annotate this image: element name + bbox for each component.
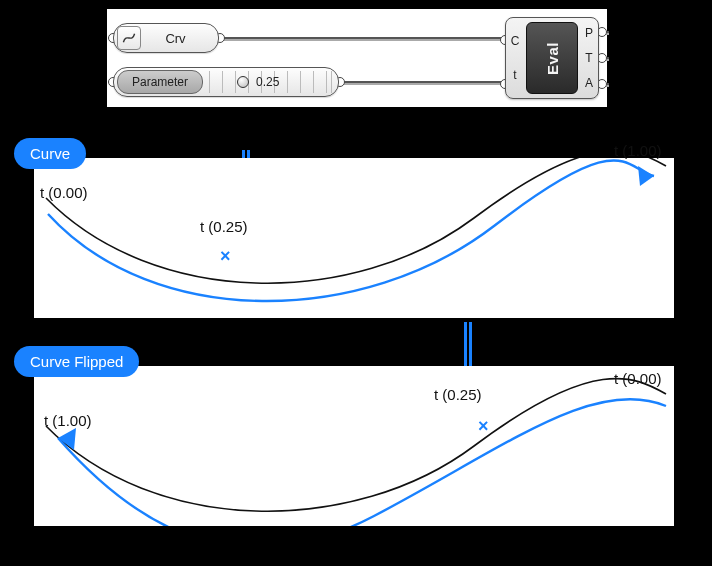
eval-input-c[interactable]: C [511, 34, 520, 48]
slider-name-button[interactable]: Parameter [117, 70, 203, 94]
crv-label: Crv [141, 31, 218, 46]
eval-outputs: P T A [580, 18, 598, 98]
t-start-label: t (0.00) [40, 184, 88, 201]
t-start-label-flipped: t (1.00) [44, 412, 92, 429]
eval-output-p[interactable]: P [585, 26, 593, 40]
curve-plot [34, 158, 674, 318]
t-end-label: t (1.00) [614, 142, 662, 159]
wire-crv-to-c [217, 37, 507, 41]
curve-panel: t (0.00) t (1.00) t (0.25) [34, 158, 674, 318]
curve-flipped-panel: t (1.00) t (0.00) t (0.25) [34, 366, 674, 526]
number-slider-component[interactable]: Parameter 0.25 [113, 67, 339, 97]
curve-flipped-plot [34, 366, 674, 526]
curve-icon [117, 26, 141, 50]
curve-title-pill: Curve [14, 138, 86, 169]
eval-output-a[interactable]: A [585, 76, 593, 90]
slider-thumb[interactable] [237, 76, 249, 88]
crv-param-component[interactable]: Crv [113, 23, 219, 53]
curve-title: Curve [30, 145, 70, 162]
evaluate-curve-component[interactable]: C t Eval P T A [505, 17, 599, 99]
curve-flipped-title: Curve Flipped [30, 353, 123, 370]
t-end-label-flipped: t (0.00) [614, 370, 662, 387]
eval-label: Eval [543, 42, 560, 75]
slider-track[interactable]: 0.25 [209, 71, 332, 93]
curve-flipped-title-pill: Curve Flipped [14, 346, 139, 377]
eval-inputs: C t [506, 18, 524, 98]
eval-core: Eval [526, 22, 578, 94]
t-mark-label-flipped: t (0.25) [434, 386, 482, 403]
t-mark-cross-flipped [478, 420, 492, 434]
t-mark-cross [220, 250, 234, 264]
wire-slider-to-t [337, 81, 507, 85]
t-mark-label: t (0.25) [200, 218, 248, 235]
grasshopper-canvas: Crv Parameter 0.25 C t Eval P T A [106, 8, 608, 108]
svg-marker-0 [638, 166, 654, 186]
eval-output-t[interactable]: T [585, 51, 592, 65]
slider-value: 0.25 [256, 75, 279, 89]
eval-input-t[interactable]: t [513, 68, 516, 82]
